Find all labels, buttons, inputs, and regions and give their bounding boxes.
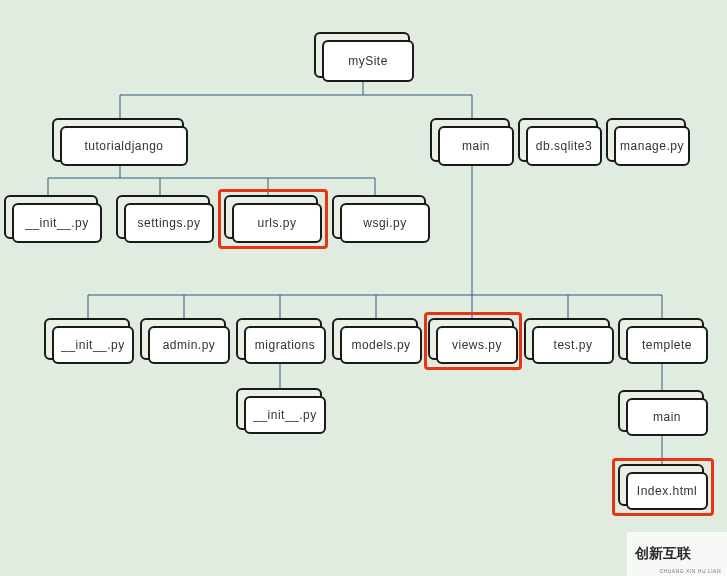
- node-label: templete: [642, 338, 692, 352]
- node-label: __init__.py: [25, 216, 89, 230]
- node-label: mySite: [348, 54, 388, 68]
- watermark-sub: CHUANG XIN HU LIAN: [659, 568, 721, 574]
- node-admin-py: admin.py: [140, 318, 230, 364]
- node-label: wsgi.py: [363, 216, 407, 230]
- node-label: views.py: [452, 338, 502, 352]
- node-label: __init__.py: [61, 338, 125, 352]
- node-migrations-init: __init__.py: [236, 388, 326, 434]
- node-label: admin.py: [163, 338, 216, 352]
- node-tut-init: __init__.py: [4, 195, 102, 243]
- node-urls-py: urls.py: [224, 195, 322, 243]
- node-migrations: migrations: [236, 318, 326, 364]
- node-wsgi-py: wsgi.py: [332, 195, 430, 243]
- node-label: __init__.py: [253, 408, 317, 422]
- node-manage-py: manage.py: [606, 118, 690, 166]
- node-views-py: views.py: [428, 318, 518, 364]
- node-label: settings.py: [138, 216, 201, 230]
- node-label: models.py: [351, 338, 410, 352]
- node-models-py: models.py: [332, 318, 422, 364]
- watermark-brand: 创新互联: [635, 545, 691, 563]
- node-label: Index.html: [637, 484, 697, 498]
- diagram-canvas: mySite tutorialdjango main db.sqlite3 ma…: [0, 0, 727, 576]
- node-label: manage.py: [620, 139, 684, 153]
- node-templete-main: main: [618, 390, 708, 436]
- node-label: migrations: [255, 338, 315, 352]
- node-test-py: test.py: [524, 318, 614, 364]
- node-label: db.sqlite3: [536, 139, 592, 153]
- node-label: test.py: [554, 338, 593, 352]
- node-mysite: mySite: [314, 32, 414, 82]
- node-label: main: [462, 139, 490, 153]
- node-main: main: [430, 118, 514, 166]
- node-index-html: Index.html: [618, 464, 708, 510]
- node-settings-py: settings.py: [116, 195, 214, 243]
- node-label: main: [653, 410, 681, 424]
- node-db-sqlite3: db.sqlite3: [518, 118, 602, 166]
- node-label: tutorialdjango: [84, 139, 163, 153]
- node-main-init: __init__.py: [44, 318, 134, 364]
- node-label: urls.py: [258, 216, 297, 230]
- node-tutorialdjango: tutorialdjango: [52, 118, 188, 166]
- node-templete: templete: [618, 318, 708, 364]
